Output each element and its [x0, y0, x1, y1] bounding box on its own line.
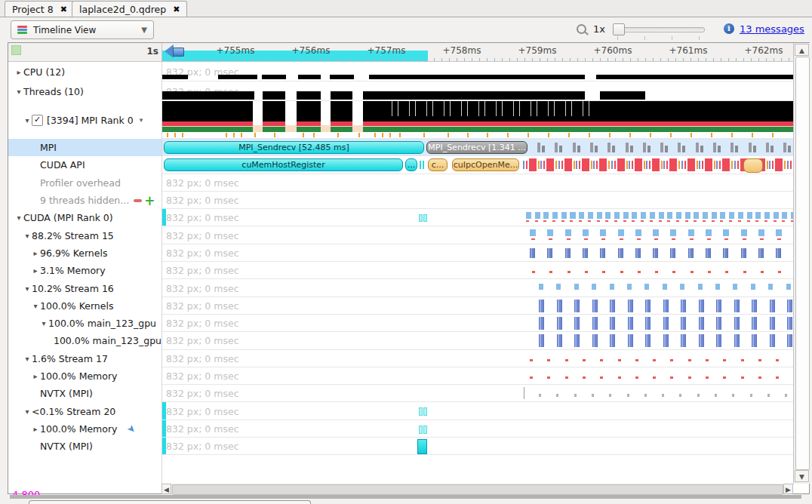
sidebar-row-main-123-gpu[interactable]: ▾100.0% main_123_gpu [8, 315, 161, 332]
view-selector-dropdown[interactable]: Timeline View ▼ [11, 20, 154, 39]
show-threads-plus-icon[interactable]: + [144, 197, 155, 204]
cpu-usage-chart-segment [218, 75, 257, 79]
timeline-row-stream-16[interactable]: 832 px; 0 msec [162, 279, 793, 297]
sidebar-row-s15-memory[interactable]: ▸3.1% Memory [8, 262, 161, 279]
threads-activity-chart-segment [263, 91, 285, 100]
sidebar-row-s16-kernels[interactable]: ▾100.0% Kernels [8, 297, 161, 315]
zoom-slider-handle[interactable] [613, 23, 625, 35]
tree-expand-icon[interactable]: ▸ [31, 372, 40, 380]
sidebar-row-stream-20[interactable]: ▾<0.1% Stream 20 [8, 402, 161, 419]
mpi-sendrecv-bar[interactable]: MPI_Sendrecv [52.485 ms] [164, 141, 424, 154]
mpi-sendrecv-bar[interactable]: MPI_Sendrecv [1.341 ... [426, 141, 527, 154]
timeline-row-nvtx-mpi-1[interactable]: 832 px; 0 msec [162, 385, 793, 402]
tree-collapse-icon[interactable]: ▾ [39, 319, 48, 327]
tab-laplace2d-qdrep[interactable]: laplace2d_0.qdrep ✖ [72, 1, 187, 17]
sidebar-row-stream-17[interactable]: ▾1.6% Stream 17 [8, 350, 161, 367]
sidebar-row-nvtx-mpi-2[interactable]: NVTX (MPI) [8, 438, 161, 455]
timeline-row-s20-memory[interactable]: 832 px; 0 msec [162, 420, 793, 438]
scroll-up-button[interactable]: ▲ [795, 44, 809, 56]
tab-project-8[interactable]: Project 8 ✖ [5, 1, 75, 17]
horizontal-scrollbar[interactable]: ◀ ▶ [161, 484, 793, 494]
sidebar-row-mpi-rank-0[interactable]: ▾✓[3394] MPI Rank 0▾ [8, 101, 161, 139]
cuda-api-collapsed-bar[interactable]: ... [405, 158, 417, 171]
timeline-row-s15-kernels[interactable]: 832 px; 0 msec [162, 244, 793, 262]
tree-collapse-icon[interactable]: ▾ [14, 214, 23, 222]
tree-expand-icon[interactable]: ▸ [31, 266, 40, 275]
tree-collapse-icon[interactable]: ▾ [23, 284, 32, 293]
tree-collapse-icon[interactable]: ▾ [23, 355, 32, 363]
timeline-row-mpi-rank-0[interactable]: 832 px; 0 msec [162, 101, 793, 139]
timeline-row-profiler-overhead[interactable]: 832 px; 0 msec [162, 174, 793, 192]
row-options-dropdown-icon[interactable]: ▾ [140, 116, 143, 124]
tree-expand-icon[interactable]: ▸ [14, 68, 23, 76]
tree-collapse-icon[interactable]: ▾ [23, 116, 32, 124]
timeline-row-cuda-mpi-rank-0[interactable]: 832 px; 0 msec [162, 209, 793, 226]
ruler-minor-ticks [162, 58, 793, 61]
messages-link[interactable]: 13 messages [740, 23, 804, 35]
cuda-api-small-bar[interactable]: c... [428, 158, 448, 171]
timeline-ruler[interactable]: +755ms+756ms+757ms+758ms+759ms+760ms+761… [161, 43, 793, 62]
cuda-api-sliver [420, 161, 421, 169]
tree-collapse-icon[interactable]: ▾ [14, 88, 23, 96]
row-start-marker [162, 209, 166, 226]
sidebar-row-profiler-overhead[interactable]: Profiler overhead [8, 174, 161, 192]
horizontal-scrollbar-thumb[interactable] [172, 484, 783, 495]
timeline-row-threads-hidden[interactable]: 832 px; 0 msec [162, 192, 793, 209]
cumemhostregister-bar[interactable]: cuMemHostRegister [164, 158, 403, 171]
sidebar-row-threads-hidden[interactable]: 9 threads hidden...+ [8, 192, 161, 209]
timeline-row-stream-20[interactable]: 832 px; 0 msec [162, 402, 793, 419]
cuda-api-orange-bar[interactable] [743, 158, 763, 173]
stream17-memory-dashes [530, 376, 793, 379]
timeline-row-main-123-gpu-leaf[interactable]: 832 px; 0 msec [162, 332, 793, 349]
jump-left-arrow-icon[interactable] [165, 45, 184, 58]
close-icon[interactable]: ✖ [60, 5, 67, 14]
timeline-row-threads[interactable]: 832 px; 0 msec [162, 81, 793, 101]
scroll-down-button[interactable]: ▼ [795, 470, 809, 482]
thread-state-green-band [263, 127, 285, 132]
timeline-row-mpi[interactable]: MPI_Sendrecv [52.485 ms]MPI_Sendrecv [1.… [162, 139, 793, 156]
timeline-row-main-123-gpu[interactable]: 832 px; 0 msec [162, 315, 793, 332]
sidebar-row-s15-kernels[interactable]: ▸96.9% Kernels [8, 244, 161, 262]
splitter-bar[interactable] [10, 495, 801, 499]
sidebar-row-s20-memory[interactable]: ▸100.0% Memory➤ [8, 420, 161, 438]
tree-collapse-icon[interactable]: ▾ [23, 407, 32, 416]
timeline-row-stream-15[interactable]: 832 px; 0 msec [162, 226, 793, 244]
sidebar-row-nvtx-mpi-1[interactable]: NVTX (MPI) [8, 385, 161, 402]
tree-collapse-icon[interactable]: ▾ [23, 232, 32, 240]
sidebar-row-cpu[interactable]: ▸CPU (12) [8, 62, 161, 81]
thread-visibility-checkbox[interactable]: ✓ [32, 115, 43, 126]
ruler-tick-label: +755ms [217, 45, 255, 56]
timeline-row-s16-kernels[interactable]: 832 px; 0 msec [162, 297, 793, 315]
timeline-row-nvtx-mpi-2[interactable]: 832 px; 0 msec [162, 438, 793, 455]
cuipcopenmem-bar[interactable]: cuIpcOpenMe... [452, 158, 519, 171]
sidebar-row-threads[interactable]: ▾Threads (10) [8, 81, 161, 101]
tree-expand-icon[interactable]: ▸ [31, 249, 40, 257]
sidebar-row-stream-15[interactable]: ▾88.2% Stream 15 [8, 226, 161, 244]
close-icon[interactable]: ✖ [173, 5, 180, 14]
sidebar-row-mpi[interactable]: MPI [8, 139, 161, 156]
sidebar-row-main-123-gpu-leaf[interactable]: 100.0% main_123_gpu [8, 332, 161, 349]
timeline-row-s17-memory[interactable]: 832 px; 0 msec [162, 367, 793, 385]
vertical-scrollbar[interactable]: ▲ ▼ [793, 43, 810, 484]
sidebar-row-cuda-api[interactable]: CUDA API [8, 156, 161, 174]
magnifier-icon [577, 24, 586, 34]
nvtx-range-bar[interactable] [417, 439, 427, 454]
scroll-right-button[interactable]: ▶ [783, 484, 793, 494]
zoom-slider-track[interactable] [614, 27, 705, 32]
tree-expand-icon[interactable]: ▸ [31, 425, 40, 433]
hide-threads-minus-icon[interactable] [134, 199, 142, 202]
scroll-left-button[interactable]: ◀ [161, 484, 171, 494]
sidebar-row-cuda-mpi-rank-0[interactable]: ▾CUDA (MPI Rank 0) [8, 209, 161, 226]
timeline-row-s15-memory[interactable]: 832 px; 0 msec [162, 262, 793, 279]
tree-collapse-icon[interactable]: ▾ [31, 302, 40, 310]
row-label: 1.6% Stream 17 [32, 353, 108, 364]
row-start-marker [162, 438, 166, 454]
ruler-tick-label: +757ms [368, 45, 406, 56]
sidebar-row-stream-16[interactable]: ▾10.2% Stream 16 [8, 279, 161, 297]
timeline-row-cpu[interactable]: 832 px; 0 msec [162, 62, 793, 81]
main-123-gpu-kernel-bars [539, 334, 793, 347]
timeline-row-stream-17[interactable]: 832 px; 0 msec [162, 350, 793, 367]
timeline-row-cuda-api[interactable]: cuMemHostRegister...c...cuIpcOpenMe... [162, 156, 793, 174]
vertical-scrollbar-thumb[interactable] [795, 57, 810, 470]
sidebar-row-s17-memory[interactable]: ▸100.0% Memory [8, 367, 161, 385]
